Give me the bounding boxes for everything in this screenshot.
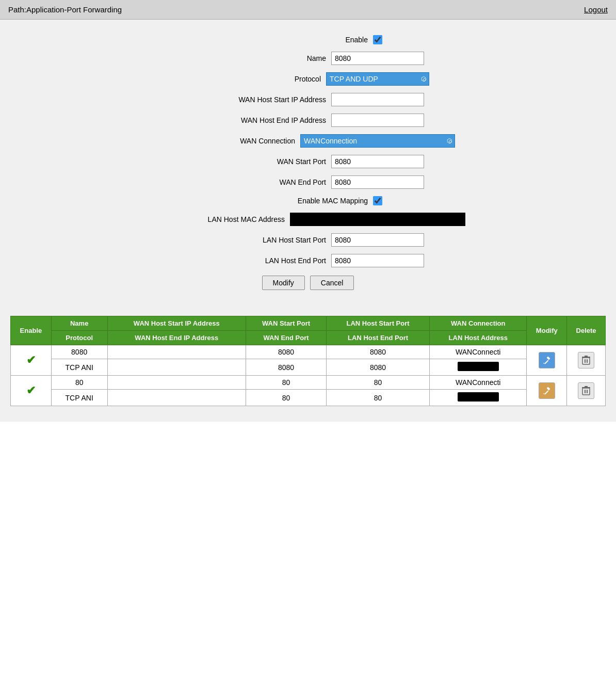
enable-mac-row: Enable MAC Mapping xyxy=(21,196,595,205)
name-row: Name xyxy=(21,52,595,65)
row1-name: 8080 xyxy=(51,345,107,359)
form-section: Enable Name Protocol TCP AND UDP TCP UDP… xyxy=(0,20,616,316)
enable-mac-label: Enable MAC Mapping xyxy=(234,197,368,205)
col-wan-host-start: WAN Host Start IP Address xyxy=(107,316,246,331)
svg-marker-9 xyxy=(543,393,545,394)
name-label: Name xyxy=(192,54,326,62)
path-label: Path:Application-Port Forwarding xyxy=(8,5,122,14)
row2-lan-address xyxy=(430,390,527,406)
row1-enable: ✔ xyxy=(11,345,52,376)
delete-icon xyxy=(582,386,590,395)
col-wan-start-port: WAN Start Port xyxy=(246,316,327,331)
wan-end-port-label: WAN End Port xyxy=(192,178,326,186)
logout-button[interactable]: Logout xyxy=(584,5,608,14)
row1-protocol: TCP ANI xyxy=(51,359,107,376)
row2-wan-connection: WANConnecti xyxy=(430,376,527,390)
lan-end-port-row: LAN Host End Port xyxy=(21,254,595,267)
svg-rect-6 xyxy=(582,357,590,358)
row1-lan-start-port: 8080 xyxy=(327,345,430,359)
lan-start-port-input[interactable] xyxy=(331,233,424,247)
wan-host-end-label: WAN Host End IP Address xyxy=(192,116,326,124)
col-wan-end-port: WAN End Port xyxy=(246,331,327,345)
cancel-button[interactable]: Cancel xyxy=(310,276,354,290)
button-row: Modify Cancel xyxy=(21,276,595,290)
row2-wan-start-port: 80 xyxy=(246,376,327,390)
svg-rect-4 xyxy=(585,359,586,363)
lan-start-port-label: LAN Host Start Port xyxy=(192,236,326,244)
table-section: Enable Name WAN Host Start IP Address WA… xyxy=(0,316,616,422)
wan-host-end-row: WAN Host End IP Address xyxy=(21,114,595,127)
redacted-address xyxy=(458,362,499,371)
lan-end-port-input[interactable] xyxy=(331,254,424,267)
col-delete: Delete xyxy=(567,316,606,345)
col-lan-start-port: LAN Host Start Port xyxy=(327,316,430,331)
lan-mac-input[interactable] xyxy=(290,213,465,226)
checkmark-icon: ✔ xyxy=(26,354,36,366)
col-wan-connection: WAN Connection xyxy=(430,316,527,331)
table-row: ✔ 8080 8080 8080 WANConnecti xyxy=(11,345,606,359)
row1-lan-address xyxy=(430,359,527,376)
row1-delete-button[interactable] xyxy=(578,352,594,368)
protocol-label: Protocol xyxy=(187,75,321,83)
wan-start-port-label: WAN Start Port xyxy=(192,157,326,166)
svg-rect-2 xyxy=(546,356,550,360)
wan-host-start-row: WAN Host Start IP Address xyxy=(21,93,595,106)
svg-rect-11 xyxy=(582,388,590,395)
wan-start-port-input[interactable] xyxy=(331,155,424,168)
svg-rect-10 xyxy=(546,387,550,390)
wan-host-start-input[interactable] xyxy=(331,93,424,106)
edit-icon xyxy=(543,356,551,364)
svg-rect-15 xyxy=(585,386,588,387)
table-row: TCP ANI 8080 8080 xyxy=(11,359,606,376)
modify-button[interactable]: Modify xyxy=(262,276,305,290)
col-lan-end-port: LAN Host End Port xyxy=(327,331,430,345)
wan-end-port-row: WAN End Port xyxy=(21,175,595,189)
row2-enable: ✔ xyxy=(11,376,52,406)
row1-wan-host-start xyxy=(107,345,246,359)
row1-wan-host-end xyxy=(107,359,246,376)
svg-rect-0 xyxy=(544,360,548,364)
edit-icon xyxy=(543,387,551,395)
enable-mac-checkbox[interactable] xyxy=(373,196,382,205)
col-wan-host-end: WAN Host End IP Address xyxy=(107,331,246,345)
col-modify: Modify xyxy=(527,316,567,345)
svg-rect-7 xyxy=(585,356,588,357)
svg-rect-12 xyxy=(585,390,586,393)
svg-rect-14 xyxy=(582,387,590,388)
col-enable: Enable xyxy=(11,316,52,345)
row2-lan-start-port: 80 xyxy=(327,376,430,390)
wan-connection-row: WAN Connection WANConnection ⬦ xyxy=(21,134,595,148)
delete-icon xyxy=(582,356,590,365)
row2-protocol: TCP ANI xyxy=(51,390,107,406)
col-lan-address: LAN Host Address xyxy=(430,331,527,345)
enable-row: Enable xyxy=(21,35,595,44)
wan-end-port-input[interactable] xyxy=(331,175,424,189)
name-input[interactable] xyxy=(331,52,424,65)
col-protocol: Protocol xyxy=(51,331,107,345)
enable-checkbox[interactable] xyxy=(373,35,382,44)
row2-modify-button[interactable] xyxy=(539,382,555,399)
svg-rect-13 xyxy=(587,390,588,393)
wan-connection-label: WAN Connection xyxy=(161,137,295,145)
row2-delete-button[interactable] xyxy=(578,382,594,399)
svg-rect-8 xyxy=(544,390,548,394)
svg-rect-5 xyxy=(587,359,588,363)
lan-mac-label: LAN Host MAC Address xyxy=(151,215,285,223)
checkmark-icon: ✔ xyxy=(26,384,36,397)
lan-start-port-row: LAN Host Start Port xyxy=(21,233,595,247)
row1-lan-end-port: 8080 xyxy=(327,359,430,376)
wan-host-end-input[interactable] xyxy=(331,114,424,127)
row1-delete-cell xyxy=(567,345,606,376)
row2-name: 80 xyxy=(51,376,107,390)
svg-marker-1 xyxy=(543,363,545,364)
port-forwarding-table: Enable Name WAN Host Start IP Address WA… xyxy=(10,316,606,406)
row1-wan-end-port: 8080 xyxy=(246,359,327,376)
header: Path:Application-Port Forwarding Logout xyxy=(0,0,616,20)
row1-wan-connection: WANConnecti xyxy=(430,345,527,359)
enable-label: Enable xyxy=(234,36,368,44)
row1-modify-button[interactable] xyxy=(539,352,555,368)
protocol-select[interactable]: TCP AND UDP TCP UDP xyxy=(326,72,429,86)
wan-connection-select[interactable]: WANConnection xyxy=(300,134,455,148)
row2-lan-end-port: 80 xyxy=(327,390,430,406)
row2-modify-cell xyxy=(527,376,567,406)
